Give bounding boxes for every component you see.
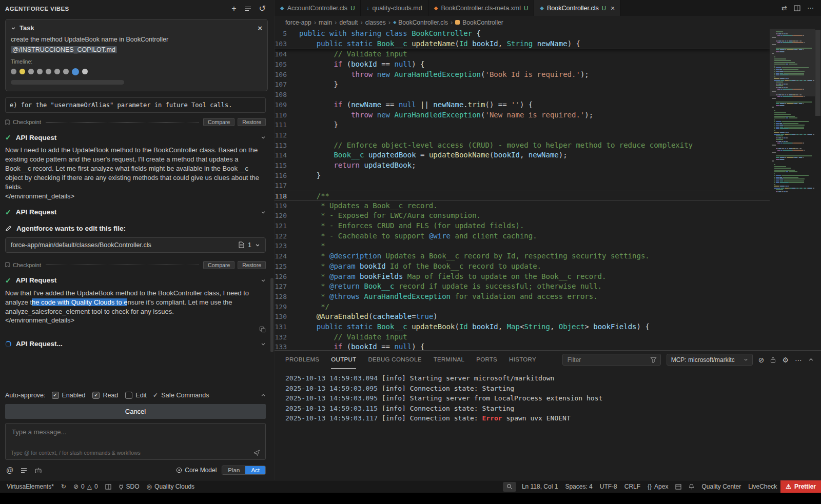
settings-gear-icon[interactable]: ⚙ — [782, 356, 789, 364]
sync-icon[interactable]: ↻ — [57, 480, 70, 493]
timeline-dot[interactable] — [63, 69, 69, 74]
timeline-dot[interactable] — [72, 68, 79, 75]
api-request-row[interactable]: ✓ API Request — [5, 133, 266, 142]
code-line[interactable]: 131 public static Book__c updateBook(Id … — [275, 322, 770, 332]
timeline-dot[interactable] — [28, 69, 34, 74]
tab-quality-clouds.md[interactable]: ↓quality-clouds.md — [361, 0, 428, 16]
workspace-status[interactable]: VirtusaElements* — [3, 480, 57, 493]
breadcrumb-item[interactable]: BookController — [455, 19, 503, 26]
panel-tab-debug-console[interactable]: DEBUG CONSOLE — [368, 351, 421, 369]
agent-icon[interactable] — [34, 467, 42, 474]
quality-center-status[interactable]: Quality Center — [698, 480, 745, 493]
chevron-down-icon[interactable] — [261, 278, 266, 283]
code-line[interactable]: 104 // Validate input — [275, 49, 770, 59]
more-actions-icon[interactable]: ⋯ — [807, 4, 814, 12]
tab-BookController.cls[interactable]: ◆BookController.clsU× — [534, 0, 621, 16]
plan-button[interactable]: Plan — [222, 466, 245, 474]
timeline-dot[interactable] — [11, 69, 16, 74]
prettier-status[interactable]: ⚠Prettier — [780, 480, 821, 493]
filter-box[interactable] — [562, 354, 661, 366]
open-changes-icon[interactable]: ⇄ — [781, 4, 787, 12]
language-status[interactable]: {}Apex — [644, 480, 672, 493]
panel-scrollbar[interactable] — [270, 278, 273, 352]
chevron-down-icon[interactable] — [255, 243, 260, 248]
code-line[interactable]: 116 } — [275, 171, 770, 181]
code-line[interactable]: 110 throw new AuraHandledException('New … — [275, 110, 770, 120]
file-edit-box[interactable]: force-app/main/default/classes/BookContr… — [5, 237, 266, 253]
api-request-row[interactable]: ✓ API Request — [5, 276, 266, 285]
code-line[interactable]: 128 * @throws AuraHandledException for v… — [275, 292, 770, 302]
code-editor[interactable]: 5public with sharing class BookControlle… — [275, 29, 770, 350]
code-line[interactable]: 114 Book__c updatedBook = updateBookName… — [275, 150, 770, 160]
code-line[interactable]: 126 * @param bookFields Map of fields to… — [275, 272, 770, 282]
api-request-loading-row[interactable]: API Request... — [5, 340, 266, 348]
checkbox-enabled[interactable]: ✓Enabled — [52, 392, 86, 399]
chevron-down-icon[interactable] — [261, 210, 266, 215]
message-input-box[interactable]: Type @ for context, / for slash commands… — [5, 423, 266, 460]
editor-layout-icon[interactable] — [102, 480, 115, 493]
code-line[interactable]: 127 * @return Book__c record if update i… — [275, 281, 770, 292]
safe-commands[interactable]: ✓Safe Commands — [153, 391, 209, 399]
breadcrumb-item[interactable]: default — [339, 19, 358, 26]
new-task-icon[interactable]: + — [231, 5, 236, 13]
api-request-row[interactable]: ✓ API Request — [5, 208, 266, 216]
compare-button[interactable]: Compare — [203, 261, 234, 269]
code-line[interactable]: 124 * @description Updates a Book__c rec… — [275, 251, 770, 261]
compare-button[interactable]: Compare — [203, 118, 234, 126]
timeline-dot[interactable] — [82, 69, 88, 74]
close-tab-icon[interactable]: × — [611, 4, 615, 12]
prompts-icon[interactable] — [21, 468, 27, 473]
code-line[interactable]: 133 if (bookId == null) { — [275, 342, 770, 350]
code-line[interactable]: 125 * @param bookId Id of the Book__c re… — [275, 261, 770, 272]
chevron-down-icon[interactable] — [11, 26, 16, 31]
cursor-position[interactable]: Ln 118, Col 1 — [518, 480, 562, 493]
output-log[interactable]: 2025-10-13 14:59:03.094 [info] Starting … — [275, 369, 821, 424]
restore-button[interactable]: Restore — [238, 261, 266, 269]
panel-tab-terminal[interactable]: TERMINAL — [434, 351, 465, 369]
panel-tab-output[interactable]: OUTPUT — [331, 351, 356, 369]
code-line[interactable]: 130 @AuraEnabled(cacheable=true) — [275, 312, 770, 322]
code-line[interactable]: 118 /** — [275, 191, 770, 201]
livecheck-status[interactable]: LiveCheck — [745, 480, 780, 493]
chevron-up-icon[interactable] — [261, 393, 266, 398]
tab-BookController.cls-meta.xml[interactable]: ◆BookController.cls-meta.xmlU — [428, 0, 535, 16]
code-line[interactable]: 117 — [275, 180, 770, 191]
indentation-status[interactable]: Spaces: 4 — [561, 480, 596, 493]
mention-icon[interactable]: @ — [6, 466, 13, 474]
chevron-down-icon[interactable] — [261, 341, 266, 347]
act-button[interactable]: Act — [245, 466, 265, 474]
cancel-button[interactable]: Cancel — [5, 404, 266, 419]
editor-scrollbar[interactable] — [815, 29, 821, 350]
close-task-icon[interactable]: × — [258, 24, 262, 32]
layout-icon[interactable] — [672, 480, 685, 493]
code-line[interactable]: 120 * - Exposed for LWC/Aura consumption… — [275, 211, 770, 221]
code-line[interactable]: 108 — [275, 90, 770, 100]
send-icon[interactable] — [253, 449, 260, 456]
code-line[interactable]: 105 if (bookId == null) { — [275, 59, 770, 70]
code-line[interactable]: 107 } — [275, 79, 770, 90]
panel-tab-problems[interactable]: PROBLEMS — [285, 351, 319, 369]
code-line[interactable]: 123 * — [275, 241, 770, 251]
search-status-icon[interactable] — [503, 482, 516, 492]
maximize-panel-icon[interactable] — [808, 357, 814, 362]
eol-status[interactable]: CRLF — [621, 480, 644, 493]
core-model-selector[interactable]: Core Model — [176, 467, 217, 474]
bell-icon[interactable] — [685, 480, 698, 493]
code-line[interactable]: 115 return updatedBook; — [275, 160, 770, 171]
message-input[interactable] — [11, 428, 260, 436]
tab-AccountController.cls[interactable]: ◆AccountController.clsU — [275, 0, 361, 16]
timeline-dot[interactable] — [54, 69, 60, 74]
sticky-line[interactable]: 103 public static Book__c updateName(Id … — [275, 39, 770, 49]
timeline-dot[interactable] — [46, 69, 51, 74]
code-line[interactable]: 112 — [275, 130, 770, 140]
breadcrumb-item[interactable]: classes — [365, 19, 386, 26]
sticky-line[interactable]: 5public with sharing class BookControlle… — [275, 29, 770, 39]
history-icon[interactable]: ↺ — [259, 5, 266, 13]
problems-status[interactable]: ⊘0 △0 — [70, 480, 102, 493]
mcp-servers-icon[interactable] — [244, 6, 251, 12]
breadcrumb-item[interactable]: ◆BookController.cls — [393, 19, 448, 26]
output-channel-select[interactable]: MCP: microsoft/markitc — [667, 354, 753, 366]
checkbox-edit[interactable]: Edit — [125, 392, 147, 399]
code-line[interactable]: 106 throw new AuraHandledException('Book… — [275, 70, 770, 80]
split-editor-icon[interactable] — [794, 5, 800, 11]
